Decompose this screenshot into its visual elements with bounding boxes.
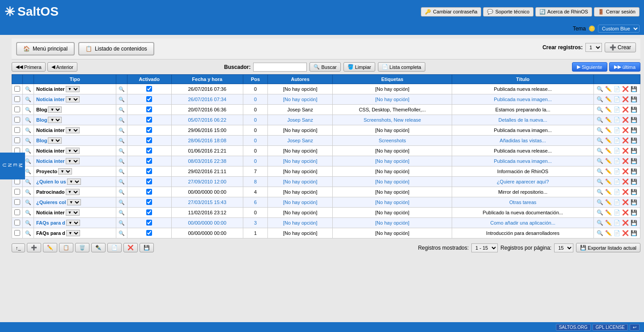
row-tipo-select[interactable]: ▼ bbox=[48, 137, 62, 144]
row-search-icon[interactable]: 🔍 bbox=[25, 138, 31, 143]
row-search-icon[interactable]: 🔍 bbox=[25, 169, 31, 174]
row-view-btn[interactable]: 🔍 bbox=[596, 85, 604, 93]
row-tipo-select[interactable]: ▼ bbox=[58, 168, 72, 175]
row-copy-btn[interactable]: 📄 bbox=[613, 168, 621, 175]
reg-por-pagina-select[interactable]: 152550 bbox=[554, 243, 573, 252]
row-view-btn[interactable]: 🔍 bbox=[596, 219, 604, 226]
row-save-btn[interactable]: 💾 bbox=[630, 85, 638, 93]
row-edit-btn[interactable]: ✏️ bbox=[605, 219, 612, 226]
row-checkbox[interactable] bbox=[14, 96, 20, 102]
row-activado-checkbox[interactable] bbox=[146, 189, 152, 195]
row-checkbox[interactable] bbox=[14, 209, 20, 215]
row-edit-btn[interactable]: ✏️ bbox=[605, 168, 612, 175]
row-save-btn[interactable]: 💾 bbox=[630, 116, 638, 123]
primera-button[interactable]: ◀◀ Primera bbox=[12, 62, 46, 72]
menu-principal-button[interactable]: 🏠 Menú principal bbox=[16, 42, 75, 55]
row-save-btn[interactable]: 💾 bbox=[630, 106, 638, 113]
row-view-btn[interactable]: 🔍 bbox=[596, 209, 604, 216]
row-tipo-select[interactable]: ▼ bbox=[66, 209, 80, 216]
limpiar-button[interactable]: 🪣 Limpiar bbox=[343, 62, 375, 72]
row-edit-btn[interactable]: ✏️ bbox=[605, 116, 612, 123]
lista-completa-button[interactable]: 📄 Lista completa bbox=[378, 62, 425, 72]
row-tipo-search-icon[interactable]: 🔍 bbox=[119, 189, 125, 195]
row-save-btn[interactable]: 💾 bbox=[630, 157, 638, 165]
row-copy-btn[interactable]: 📄 bbox=[613, 209, 621, 216]
row-delete-btn[interactable]: ❌ bbox=[622, 219, 629, 226]
copy-record-button[interactable]: 📋 bbox=[59, 243, 73, 252]
row-delete-btn[interactable]: ❌ bbox=[622, 209, 629, 216]
row-activado-checkbox[interactable] bbox=[146, 158, 152, 164]
row-search-icon[interactable]: 🔍 bbox=[25, 200, 31, 205]
row-delete-btn[interactable]: ❌ bbox=[622, 188, 629, 196]
row-delete-btn[interactable]: ❌ bbox=[622, 168, 629, 175]
row-tipo-search-icon[interactable]: 🔍 bbox=[119, 179, 125, 184]
row-delete-btn[interactable]: ❌ bbox=[622, 147, 629, 154]
row-delete-btn[interactable]: ❌ bbox=[622, 137, 629, 144]
row-tipo-select[interactable]: ▼ bbox=[67, 199, 81, 205]
listado-contenidos-button[interactable]: 📋 Listado de contenidos bbox=[78, 42, 154, 55]
row-tipo-search-icon[interactable]: 🔍 bbox=[119, 148, 125, 153]
row-view-btn[interactable]: 🔍 bbox=[596, 116, 604, 123]
row-copy-btn[interactable]: 📄 bbox=[613, 127, 621, 134]
row-tipo-search-icon[interactable]: 🔍 bbox=[119, 200, 125, 205]
row-tipo-select[interactable]: ▼ bbox=[66, 127, 80, 133]
siguiente-button[interactable]: ▶ Siguiente bbox=[572, 62, 607, 72]
row-copy-btn[interactable]: 📄 bbox=[613, 178, 621, 185]
row-edit-btn[interactable]: ✏️ bbox=[605, 188, 612, 196]
row-save-btn[interactable]: 💾 bbox=[630, 209, 638, 216]
row-tipo-search-icon[interactable]: 🔍 bbox=[119, 117, 125, 123]
support-button[interactable]: 💬 Soporte técnico bbox=[483, 7, 533, 17]
row-search-icon[interactable]: 🔍 bbox=[25, 97, 31, 102]
row-tipo-search-icon[interactable]: 🔍 bbox=[119, 230, 125, 236]
search-input[interactable] bbox=[253, 63, 307, 72]
pencil-button[interactable]: ✒️ bbox=[91, 243, 106, 252]
row-tipo-search-icon[interactable]: 🔍 bbox=[119, 158, 125, 164]
row-copy-btn[interactable]: 📄 bbox=[613, 219, 621, 226]
row-view-btn[interactable]: 🔍 bbox=[596, 106, 604, 113]
row-tipo-search-icon[interactable]: 🔍 bbox=[119, 128, 125, 133]
row-edit-btn[interactable]: ✏️ bbox=[605, 199, 612, 206]
row-search-icon[interactable]: 🔍 bbox=[25, 86, 31, 92]
row-delete-btn[interactable]: ❌ bbox=[622, 199, 629, 206]
row-search-icon[interactable]: 🔍 bbox=[25, 189, 31, 195]
row-view-btn[interactable]: 🔍 bbox=[596, 199, 604, 206]
row-copy-btn[interactable]: 📄 bbox=[613, 85, 621, 93]
row-tipo-search-icon[interactable]: 🔍 bbox=[119, 169, 125, 174]
back-arrow-button[interactable]: ↑_ bbox=[12, 243, 25, 252]
row-delete-btn[interactable]: ❌ bbox=[622, 106, 629, 113]
row-edit-btn[interactable]: ✏️ bbox=[605, 209, 612, 216]
row-tipo-select[interactable]: ▼ bbox=[66, 220, 80, 226]
change-password-button[interactable]: 🔑 Cambiar contraseña bbox=[421, 7, 481, 17]
row-edit-btn[interactable]: ✏️ bbox=[605, 178, 612, 185]
row-activado-checkbox[interactable] bbox=[146, 148, 152, 153]
row-delete-btn[interactable]: ❌ bbox=[622, 230, 629, 237]
row-view-btn[interactable]: 🔍 bbox=[596, 188, 604, 196]
row-activado-checkbox[interactable] bbox=[146, 127, 152, 133]
row-tipo-search-icon[interactable]: 🔍 bbox=[119, 86, 125, 92]
row-view-btn[interactable]: 🔍 bbox=[596, 147, 604, 154]
row-tipo-select[interactable]: ▼ bbox=[67, 179, 81, 185]
row-search-icon[interactable]: 🔍 bbox=[25, 210, 31, 215]
row-edit-btn[interactable]: ✏️ bbox=[605, 230, 612, 237]
create-button[interactable]: ➕ Crear bbox=[605, 43, 636, 52]
edit-record-button[interactable]: ✏️ bbox=[43, 243, 57, 252]
row-edit-btn[interactable]: ✏️ bbox=[605, 147, 612, 154]
delete-record-button[interactable]: 🗑️ bbox=[75, 243, 89, 252]
row-copy-btn[interactable]: 📄 bbox=[613, 199, 621, 206]
row-copy-btn[interactable]: 📄 bbox=[613, 157, 621, 165]
row-search-icon[interactable]: 🔍 bbox=[25, 148, 31, 153]
row-delete-btn[interactable]: ❌ bbox=[622, 85, 629, 93]
row-tipo-search-icon[interactable]: 🔍 bbox=[119, 138, 125, 143]
row-save-btn[interactable]: 💾 bbox=[630, 147, 638, 154]
row-copy-btn[interactable]: 📄 bbox=[613, 137, 621, 144]
row-save-btn[interactable]: 💾 bbox=[630, 230, 638, 237]
row-view-btn[interactable]: 🔍 bbox=[596, 178, 604, 185]
row-search-icon[interactable]: 🔍 bbox=[25, 230, 31, 236]
row-save-btn[interactable]: 💾 bbox=[630, 96, 638, 103]
row-search-icon[interactable]: 🔍 bbox=[25, 158, 31, 164]
view-button[interactable]: 📄 bbox=[107, 243, 122, 252]
export-button[interactable]: 💾 Exportar listado actual bbox=[576, 243, 640, 252]
row-view-btn[interactable]: 🔍 bbox=[596, 157, 604, 165]
row-activado-checkbox[interactable] bbox=[146, 137, 152, 143]
about-button[interactable]: 🔄 Acerca de RhinOS bbox=[535, 7, 592, 17]
